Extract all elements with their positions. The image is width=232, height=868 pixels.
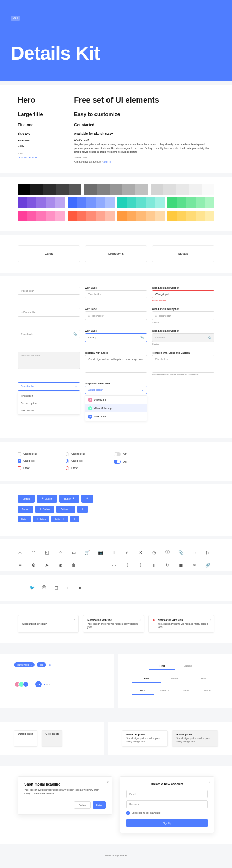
- close-icon[interactable]: ×: [209, 618, 211, 621]
- camera-icon: 📷: [98, 550, 103, 555]
- close-icon[interactable]: ×: [139, 618, 141, 621]
- plus-icon: +: [36, 518, 38, 521]
- tab-cards[interactable]: Cards: [18, 245, 80, 262]
- social-section: f🐦Ⓟ◫in▶: [0, 575, 232, 601]
- input-labeled[interactable]: Placeholder: [85, 290, 147, 298]
- color-swatch: [146, 211, 155, 221]
- color-swatch: [205, 197, 214, 208]
- toggle-on[interactable]: On: [114, 460, 127, 464]
- select-person[interactable]: Select person⌄: [85, 386, 147, 394]
- tag-removable[interactable]: Removable×: [14, 662, 35, 667]
- signup-button[interactable]: Sign Up: [126, 819, 208, 827]
- sample-hero: Free set of UI elements: [74, 96, 214, 105]
- avatars: AA: [14, 681, 100, 687]
- color-swatch: [186, 197, 196, 208]
- tab-third[interactable]: Third: [175, 687, 197, 695]
- tab-fourth[interactable]: Fourth: [196, 687, 218, 695]
- input-basic[interactable]: Placeholder: [18, 287, 80, 295]
- tab-second[interactable]: Second: [161, 675, 189, 683]
- input-search-caption[interactable]: ⌕ Placeholder: [152, 311, 214, 320]
- option-second[interactable]: Second option: [18, 399, 80, 407]
- person-option[interactable]: AAlice Martin: [85, 396, 147, 404]
- tab-dropdowns[interactable]: Dropdowns: [85, 245, 147, 262]
- button-sm[interactable]: Button: [18, 516, 31, 522]
- textarea-caption[interactable]: Placeholder: [152, 355, 214, 373]
- tab-third[interactable]: Third: [189, 675, 218, 683]
- toggle-off[interactable]: Off: [114, 452, 127, 456]
- tab-first[interactable]: First: [132, 687, 154, 695]
- button-md-suffix[interactable]: Button+: [56, 506, 75, 513]
- color-swatch: [151, 184, 163, 195]
- input-search[interactable]: ⌕ Placeholder: [18, 308, 80, 317]
- tab-modals[interactable]: Modals: [152, 245, 214, 262]
- sample-body: Yes, design systems will replace many de…: [74, 143, 214, 154]
- color-swatch: [122, 184, 135, 195]
- tag-basic[interactable]: Tag: [37, 662, 46, 667]
- palette-section: [0, 177, 232, 231]
- email-input[interactable]: Email: [126, 790, 208, 798]
- input-error[interactable]: Wrong input: [152, 290, 214, 298]
- button-md-prefix[interactable]: +Button: [35, 506, 54, 513]
- tab-first[interactable]: First: [132, 675, 161, 683]
- twitter-icon[interactable]: 🐦: [30, 585, 35, 590]
- youtube-icon[interactable]: ▶: [78, 585, 83, 590]
- person-option[interactable]: AGAlex Grant: [85, 412, 147, 421]
- checkbox-error[interactable]: Error: [18, 466, 37, 470]
- facebook-icon[interactable]: f: [18, 585, 23, 590]
- option-third[interactable]: Third option: [18, 407, 80, 414]
- avatar: AA: [35, 681, 42, 687]
- select-basic[interactable]: Select option⌄: [18, 382, 80, 391]
- subscribe-checkbox[interactable]: ✓Subscribe to our newsletter: [126, 811, 208, 815]
- button-lg-suffix[interactable]: Button+: [59, 495, 80, 503]
- type-body: Body: [18, 144, 60, 147]
- instagram-icon[interactable]: ◫: [54, 585, 59, 590]
- button-md-icon[interactable]: +: [77, 506, 87, 513]
- radio-unchecked[interactable]: Unchecked: [66, 452, 85, 456]
- close-icon[interactable]: ×: [30, 664, 32, 666]
- plus-icon: +: [81, 508, 83, 511]
- linkedin-icon[interactable]: in: [66, 585, 71, 590]
- type-link[interactable]: Link and Action: [18, 156, 60, 159]
- modal-cancel-button[interactable]: Button: [74, 801, 90, 809]
- radio-checked[interactable]: Checked: [66, 459, 85, 463]
- chevron-down-icon: ⌄: [142, 389, 144, 391]
- radio-error[interactable]: Error: [66, 466, 85, 470]
- sample-two: Available for Sketch 52.2+: [74, 132, 214, 135]
- option-first[interactable]: First option: [18, 392, 80, 399]
- input-search-labeled[interactable]: ⌕ Placeholder: [85, 311, 147, 320]
- color-swatch: [196, 197, 205, 208]
- tab-second[interactable]: Second: [175, 662, 201, 670]
- color-swatch: [96, 197, 105, 208]
- color-swatch-group: [117, 197, 165, 208]
- tag-add-icon[interactable]: ⊕: [48, 663, 51, 667]
- tab-first[interactable]: First: [149, 662, 175, 670]
- color-swatch: [167, 211, 177, 221]
- button-lg-icon[interactable]: +: [81, 495, 93, 503]
- close-icon[interactable]: ×: [74, 618, 76, 621]
- button-lg[interactable]: Button: [18, 495, 35, 503]
- button-sm-prefix[interactable]: +Button: [33, 516, 49, 522]
- color-swatch: [136, 211, 146, 221]
- input-typing[interactable]: Typing|📎: [85, 333, 147, 342]
- sample-account: Already have an account? Sign In: [74, 160, 214, 163]
- color-swatch-group: [167, 211, 215, 221]
- button-sm-suffix[interactable]: Button+: [51, 516, 68, 522]
- button-md[interactable]: Button: [18, 506, 33, 513]
- textarea-labeled[interactable]: Yes, design systems will replace many de…: [85, 355, 147, 373]
- pinterest-icon[interactable]: Ⓟ: [42, 585, 47, 590]
- color-swatch: [127, 211, 136, 221]
- checkbox-checked[interactable]: ✓Checked: [18, 459, 37, 463]
- button-lg-prefix[interactable]: +Button: [37, 495, 57, 503]
- tab-second[interactable]: Second: [154, 687, 175, 695]
- sign-in-link[interactable]: Sign In: [103, 160, 111, 163]
- modal-confirm-button[interactable]: Button: [93, 801, 106, 809]
- close-icon[interactable]: ×: [106, 780, 109, 784]
- close-icon[interactable]: ×: [208, 780, 210, 784]
- button-sm-icon[interactable]: +: [70, 516, 79, 522]
- color-swatch: [56, 184, 68, 195]
- password-input[interactable]: Password: [126, 800, 208, 808]
- person-option[interactable]: AAlma Malmberg: [85, 404, 147, 412]
- checkbox-unchecked[interactable]: Unchecked: [18, 452, 37, 456]
- notifications-section: Simple text notification× Notification w…: [0, 604, 232, 644]
- input-suffix[interactable]: Placeholder📎: [18, 330, 80, 338]
